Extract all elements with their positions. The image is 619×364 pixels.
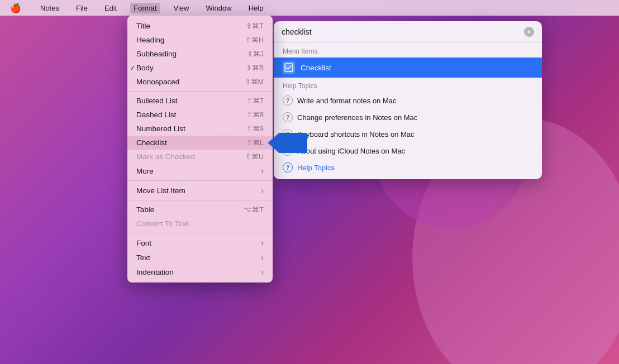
help-topics-section-label: Help Topics [274,78,542,92]
help-result-checklist[interactable]: Checklist [274,58,542,78]
help-clear-button[interactable]: × [524,27,534,37]
menu-item-indentation-label: Indentation [136,268,174,276]
indentation-arrow-icon: › [261,267,264,276]
menu-item-table[interactable]: Table ⌥⌘T [127,203,273,217]
menu-item-body-shortcut: ⇧⌘B [246,64,264,72]
menu-item-body-label: Body [136,64,154,72]
menu-item-checklist[interactable]: Checklist ⇧⌘L [127,136,273,150]
menu-item-dashed-list-label: Dashed List [136,111,176,119]
menu-item-numbered-list[interactable]: Numbered List ⇧⌘9 [127,122,273,136]
menu-item-bulleted-list-label: Bulleted List [136,97,178,105]
menu-item-title-shortcut: ⇧⌘T [246,22,264,30]
blue-arrow-indicator [268,133,307,153]
menubar-notes[interactable]: Notes [37,3,63,13]
menu-item-dashed-list[interactable]: Dashed List ⇧⌘8 [127,108,273,122]
menu-item-mark-as-checked-label: Mark as Checked [136,152,195,161]
see-all-label: Help Topics [297,164,335,172]
menu-item-subheading-shortcut: ⇧⌘J [247,50,264,58]
font-arrow-icon: › [261,238,264,247]
menubar-file[interactable]: File [73,3,91,13]
help-topic-about-icloud[interactable]: ? About using iCloud Notes on Mac [274,142,542,159]
menu-item-monospaced[interactable]: Monospaced ⇧⌘M [127,75,273,89]
menu-item-mark-as-checked[interactable]: Mark as Checked ⇧⌘U [127,150,273,164]
menubar: 🍎 Notes File Edit Format View Window Hel… [0,0,619,16]
menu-item-convert-to-text[interactable]: Convert To Text [127,217,273,231]
help-topic-icon-2: ? [283,112,293,122]
menu-item-text[interactable]: Text › [127,250,273,265]
help-topic-change-prefs[interactable]: ? Change preferences in Notes on Mac [274,109,542,126]
menu-item-text-label: Text [136,253,150,262]
help-search-bar: × [274,21,542,43]
menu-item-heading-shortcut: ⇧⌘H [245,36,264,44]
apple-menu[interactable]: 🍎 [7,2,25,15]
menu-item-more[interactable]: More › [127,164,273,178]
menu-item-subheading[interactable]: Subheading ⇧⌘J [127,47,273,61]
help-search-input[interactable] [282,27,520,36]
see-all-icon: ? [283,162,293,173]
help-search-panel: × Menu Items Checklist Help Topics ? Wri… [274,21,542,179]
help-topic-about-icloud-label: About using iCloud Notes on Mac [297,147,405,155]
menu-item-convert-to-text-label: Convert To Text [136,219,188,228]
more-arrow-icon: › [261,166,264,175]
menu-item-numbered-list-shortcut: ⇧⌘9 [246,124,264,133]
menu-item-indentation[interactable]: Indentation › [127,265,273,279]
help-topic-write-format[interactable]: ? Write and format notes on Mac [274,92,542,109]
menu-item-numbered-list-label: Numbered List [136,124,185,133]
see-all-help-topics[interactable]: ? Help Topics [274,159,542,179]
menubar-window[interactable]: Window [202,3,235,13]
menubar-format[interactable]: Format [130,3,160,13]
help-topic-change-prefs-label: Change preferences in Notes on Mac [297,113,417,122]
move-list-item-arrow-icon: › [261,186,264,195]
menu-item-subheading-label: Subheading [136,50,177,58]
menu-item-checklist-label: Checklist [136,138,167,147]
help-topic-write-format-label: Write and format notes on Mac [297,97,397,105]
menu-item-heading[interactable]: Heading ⇧⌘H [127,33,273,47]
help-topic-keyboard-shortcuts[interactable]: ? Keyboard shortcuts in Notes on Mac [274,126,542,142]
menu-item-bulleted-list[interactable]: Bulleted List ⇧⌘7 [127,94,273,108]
checklist-result-icon [283,61,295,74]
menu-item-title[interactable]: Title ⇧⌘T [127,19,273,33]
menu-item-more-label: More [136,167,154,175]
menu-divider-1 [127,91,273,92]
menu-item-heading-label: Heading [136,36,164,44]
menu-item-dashed-list-shortcut: ⇧⌘8 [246,111,264,119]
menu-item-checklist-shortcut: ⇧⌘L [246,138,264,147]
help-topic-icon-1: ? [283,95,293,106]
format-dropdown-menu: Title ⇧⌘T Heading ⇧⌘H Subheading ⇧⌘J ✓ B… [127,16,273,282]
menu-item-table-label: Table [136,205,154,214]
menu-items-section-label: Menu Items [274,43,542,58]
text-arrow-icon: › [261,253,264,262]
menu-item-monospaced-label: Monospaced [136,78,179,86]
menu-item-move-list-item-label: Move List Item [136,186,185,195]
menu-divider-3 [127,200,273,200]
menu-item-title-label: Title [136,22,150,30]
menu-item-font[interactable]: Font › [127,236,273,250]
menubar-view[interactable]: View [170,3,193,13]
menu-divider-2 [127,180,273,181]
help-topic-keyboard-shortcuts-label: Keyboard shortcuts in Notes on Mac [297,130,415,138]
svg-marker-0 [268,133,307,153]
body-checkmark: ✓ [130,64,135,72]
menu-item-body[interactable]: ✓ Body ⇧⌘B [127,61,273,75]
menu-item-table-shortcut: ⌥⌘T [244,205,264,214]
help-result-checklist-label: Checklist [301,64,331,72]
menu-item-move-list-item[interactable]: Move List Item › [127,183,273,198]
menubar-help[interactable]: Help [245,3,267,13]
menu-item-font-label: Font [136,239,151,247]
menubar-edit[interactable]: Edit [101,3,120,13]
menu-item-monospaced-shortcut: ⇧⌘M [245,78,264,86]
menu-item-bulleted-list-shortcut: ⇧⌘7 [246,97,264,105]
menu-item-mark-as-checked-shortcut: ⇧⌘U [245,152,264,161]
menu-divider-4 [127,233,273,233]
